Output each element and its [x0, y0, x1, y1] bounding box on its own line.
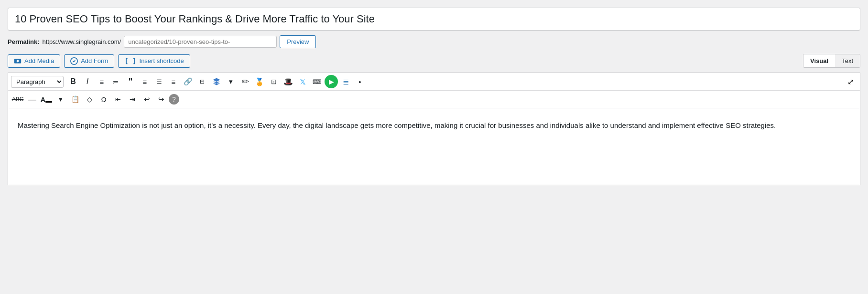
editor-content[interactable]: Mastering Search Engine Optimization is …	[8, 108, 860, 185]
svg-text:≔: ≔	[112, 78, 119, 85]
format-toolbar-row1: Paragraph Heading 1 Heading 2 Heading 3 …	[8, 73, 860, 91]
play-button[interactable]: ▶	[325, 75, 338, 88]
editor-container: Paragraph Heading 1 Heading 2 Heading 3 …	[8, 73, 860, 185]
help-button[interactable]: ?	[169, 94, 179, 105]
add-form-button[interactable]: Add Form	[64, 54, 114, 68]
bold-button[interactable]: B	[66, 75, 80, 88]
post-title-input[interactable]	[8, 8, 860, 30]
layers-button[interactable]	[210, 75, 223, 88]
align-left-button[interactable]: ≡	[138, 75, 152, 88]
twitter-button[interactable]: 𝕏	[296, 75, 309, 88]
add-form-icon	[70, 57, 78, 65]
align-right-button[interactable]: ≡	[167, 75, 180, 88]
align-center-button[interactable]: ☰	[152, 75, 166, 88]
keyboard-button[interactable]: ⌨	[310, 75, 324, 88]
blockquote-button[interactable]: "	[124, 75, 137, 88]
text-color-button[interactable]: A	[40, 93, 53, 106]
editor-wrap: Permalink: https://www.singlegrain.com/ …	[0, 0, 868, 294]
outdent-button[interactable]: ⇤	[111, 93, 125, 106]
editor-toolbar-row: Add Media Add Form [ ] Insert shortcode …	[8, 54, 860, 68]
person-icon-button[interactable]: 🎩	[282, 75, 295, 88]
text-mode-button[interactable]: Text	[835, 54, 860, 67]
more-tag-button[interactable]: ⊟	[195, 75, 209, 88]
copy-paste-button[interactable]: 📋	[68, 93, 82, 106]
fullscreen-button[interactable]: ⤢	[844, 75, 857, 88]
toolbar-left: Add Media Add Form [ ] Insert shortcode	[8, 54, 190, 68]
italic-button[interactable]: I	[81, 75, 94, 88]
ordered-list-icon: ≔	[112, 78, 120, 85]
editor-paragraph: Mastering Search Engine Optimization is …	[18, 120, 850, 132]
omega-button[interactable]: Ω	[97, 93, 110, 106]
layers-dropdown-button[interactable]: ▾	[224, 75, 238, 88]
add-media-button[interactable]: Add Media	[8, 54, 60, 68]
text-color-dropdown[interactable]: ▾	[54, 93, 67, 106]
permalink-slug-input[interactable]	[124, 36, 277, 48]
permalink-row: Permalink: https://www.singlegrain.com/ …	[8, 35, 860, 48]
eraser-button[interactable]: ◇	[83, 93, 96, 106]
undo-button[interactable]: ↩	[140, 93, 153, 106]
permalink-label: Permalink:	[8, 38, 39, 45]
color-bar	[45, 101, 52, 103]
paragraph-format-select[interactable]: Paragraph Heading 1 Heading 2 Heading 3 …	[11, 76, 64, 88]
indent-button[interactable]: ⇥	[126, 93, 139, 106]
preview-button[interactable]: Preview	[280, 35, 316, 48]
title-row	[8, 8, 860, 31]
layers-icon	[212, 77, 221, 86]
add-media-icon	[14, 57, 22, 65]
strikethrough-button[interactable]: ABC	[11, 93, 24, 106]
insert-shortcode-icon: [ ]	[124, 57, 136, 65]
permalink-base: https://www.singlegrain.com/	[42, 38, 121, 45]
redo-button[interactable]: ↪	[154, 93, 168, 106]
pencil-black-button[interactable]: ✏	[239, 75, 252, 88]
visual-text-toggle: Visual Text	[803, 54, 860, 68]
insert-shortcode-button[interactable]: [ ] Insert shortcode	[118, 54, 190, 68]
format-toolbar-row2: ABC — A ▾ 📋 ◇ Ω ⇤ ⇥ ↩ ↪ ?	[8, 91, 860, 108]
badge-button[interactable]: 🏅	[253, 75, 266, 88]
unordered-list-button[interactable]: ≡	[95, 75, 108, 88]
visual-mode-button[interactable]: Visual	[803, 54, 835, 67]
text-color-a: A	[41, 95, 46, 104]
square-button[interactable]: ⊡	[267, 75, 281, 88]
list-options-button[interactable]: ≣	[339, 75, 352, 88]
link-button[interactable]: 🔗	[181, 75, 195, 88]
ordered-list-button[interactable]: ≔	[109, 75, 123, 88]
horizontal-rule-button[interactable]: —	[25, 93, 39, 106]
list-options-dropdown-button[interactable]: •	[353, 75, 367, 88]
